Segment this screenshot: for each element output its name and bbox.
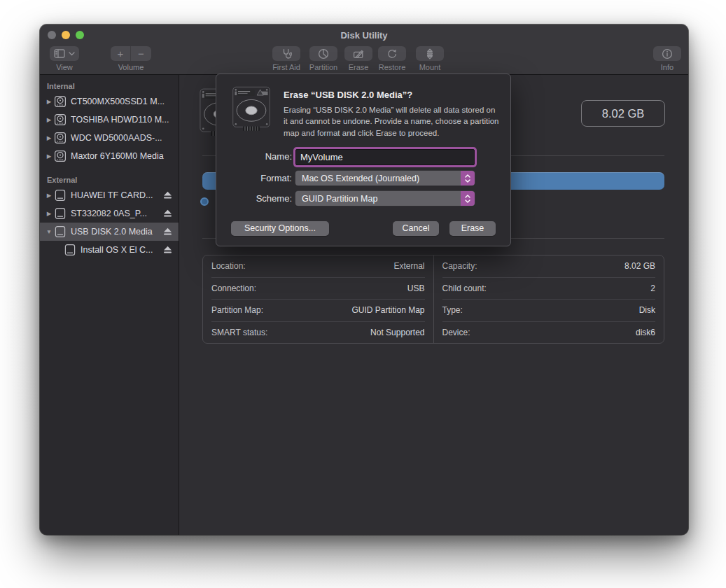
window-chrome: Disk Utility: [40, 24, 688, 75]
add-volume-button[interactable]: +: [111, 46, 131, 61]
partition-icon: [318, 48, 329, 59]
close-button[interactable]: [48, 31, 56, 39]
zoom-button[interactable]: [76, 31, 84, 39]
dialog-title: Erase “USB DISK 2.0 Media”?: [284, 90, 412, 100]
remove-volume-button[interactable]: −: [131, 46, 151, 61]
partition-legend-dot: [200, 197, 209, 206]
sidebar: Internal ▶ CT500MX500SSD1 M... ▶ TOSHIBA…: [40, 75, 179, 535]
desktop: Disk Utility: [0, 0, 726, 588]
sidebar-item-huawei[interactable]: ▶ HUAWEI TF CARD...: [40, 186, 179, 204]
minimize-button[interactable]: [62, 31, 70, 39]
first-aid-label: First Aid: [272, 63, 300, 71]
sidebar-view-icon: [54, 49, 65, 58]
sidebar-item-toshiba[interactable]: ▶ TOSHIBA HDWD110 M...: [40, 111, 179, 129]
disclosure-triangle-icon[interactable]: ▶: [44, 153, 54, 160]
cancel-button[interactable]: Cancel: [393, 221, 439, 236]
disclosure-triangle-icon[interactable]: ▶: [44, 98, 54, 105]
disclosure-triangle-icon[interactable]: ▶: [44, 134, 54, 141]
volume-segmented-control: + −: [111, 46, 151, 61]
toolbar-volume: + − Volume: [109, 46, 153, 71]
dialog-message: Erasing “USB DISK 2.0 Media” will delete…: [284, 104, 499, 139]
disk-utility-window: Disk Utility: [40, 24, 688, 535]
info-row-connection: Connection: USB: [211, 278, 425, 300]
info-row-location: Location: External: [211, 255, 425, 278]
popup-chevrons-icon: [461, 171, 475, 186]
restore-icon: [386, 48, 398, 59]
toolbar-restore: Restore: [375, 46, 410, 71]
info-button[interactable]: [653, 46, 681, 61]
partition-label: Partition: [309, 63, 337, 71]
erase-dialog: Erase “USB DISK 2.0 Media”? Erasing “USB…: [216, 74, 511, 246]
external-disk-icon: [54, 189, 67, 202]
external-disk-icon: [54, 225, 67, 238]
mount-icon: [424, 48, 435, 59]
restore-label: Restore: [379, 63, 406, 71]
info-row-type: Type: Disk: [442, 300, 656, 322]
erase-icon: [353, 48, 364, 59]
toolbar-first-aid: First Aid: [269, 46, 304, 71]
internal-disk-icon: [54, 113, 67, 126]
info-row-smart-status: SMART status: Not Supported: [211, 322, 425, 344]
internal-disk-icon: [54, 132, 67, 144]
internal-disk-icon: [54, 95, 67, 108]
toolbar-partition: Partition: [306, 46, 341, 71]
info-row-capacity: Capacity: 8.02 GB: [442, 255, 656, 278]
name-label: Name:: [229, 149, 292, 164]
eject-icon[interactable]: [163, 246, 172, 254]
popup-chevrons-icon: [461, 191, 475, 206]
disclosure-triangle-icon[interactable]: ▶: [44, 210, 54, 217]
format-label: Format:: [229, 171, 292, 186]
toolbar-info: Info: [650, 46, 685, 71]
capacity-badge: 8.02 GB: [581, 100, 665, 127]
security-options-button[interactable]: Security Options...: [231, 221, 329, 236]
info-row-child-count: Child count: 2: [442, 278, 656, 300]
toolbar-erase: Erase: [341, 46, 376, 71]
toolbar-mount: Mount: [412, 46, 447, 71]
titlebar[interactable]: Disk Utility: [40, 24, 688, 46]
info-label: Info: [661, 63, 673, 71]
disclosure-triangle-expanded-icon[interactable]: ▼: [44, 228, 54, 235]
sidebar-item-st332082[interactable]: ▶ ST332082 0AS_P...: [40, 204, 179, 223]
volume-label: Volume: [118, 63, 144, 71]
erase-toolbar-button[interactable]: [344, 46, 372, 61]
first-aid-icon: [281, 48, 292, 59]
scheme-popup[interactable]: GUID Partition Map: [295, 191, 475, 206]
erase-confirm-button[interactable]: Erase: [449, 221, 496, 236]
restore-button[interactable]: [378, 46, 406, 61]
sidebar-item-install-osx[interactable]: Install OS X El C...: [40, 241, 179, 259]
disk-info-table: Location: External Connection: USB Parti…: [202, 255, 664, 344]
first-aid-button[interactable]: [272, 46, 300, 61]
erase-label: Erase: [349, 63, 369, 71]
external-disk-icon: [54, 207, 67, 220]
traffic-lights: [48, 31, 84, 39]
eject-icon[interactable]: [163, 227, 172, 236]
chevron-down-icon: [69, 52, 75, 56]
eject-icon[interactable]: [163, 191, 172, 200]
volume-name-input[interactable]: [295, 149, 475, 165]
mount-label: Mount: [419, 63, 441, 71]
partition-button[interactable]: [309, 46, 337, 61]
info-column-left: Location: External Connection: USB Parti…: [203, 255, 433, 343]
sidebar-section-internal: Internal: [40, 80, 179, 92]
sidebar-item-usb-disk[interactable]: ▼ USB DISK 2.0 Media: [40, 223, 179, 241]
toolbar: View + − Volume: [40, 46, 688, 75]
eject-icon[interactable]: [163, 209, 172, 218]
disk-drive-icon: [231, 85, 272, 133]
sidebar-item-wdc[interactable]: ▶ WDC WD5000AADS-...: [40, 129, 179, 147]
view-label: View: [56, 63, 73, 71]
sidebar-item-ct500[interactable]: ▶ CT500MX500SSD1 M...: [40, 92, 179, 111]
disclosure-triangle-icon[interactable]: ▶: [44, 116, 54, 123]
info-row-device: Device: disk6: [442, 322, 656, 344]
info-row-partition-map: Partition Map: GUID Partition Map: [211, 300, 425, 322]
info-column-right: Capacity: 8.02 GB Child count: 2 Type: D…: [433, 255, 664, 343]
internal-disk-icon: [54, 150, 67, 162]
window-title: Disk Utility: [40, 24, 688, 46]
mount-button[interactable]: [416, 46, 444, 61]
format-popup[interactable]: Mac OS Extended (Journaled): [295, 171, 475, 186]
info-icon: [662, 48, 673, 59]
volume-icon: [64, 244, 76, 256]
sidebar-item-maxtor[interactable]: ▶ Maxtor 6Y160M0 Media: [40, 147, 179, 165]
view-button[interactable]: [50, 46, 79, 61]
disclosure-triangle-icon[interactable]: ▶: [44, 192, 54, 199]
toolbar-view: View: [44, 46, 85, 71]
